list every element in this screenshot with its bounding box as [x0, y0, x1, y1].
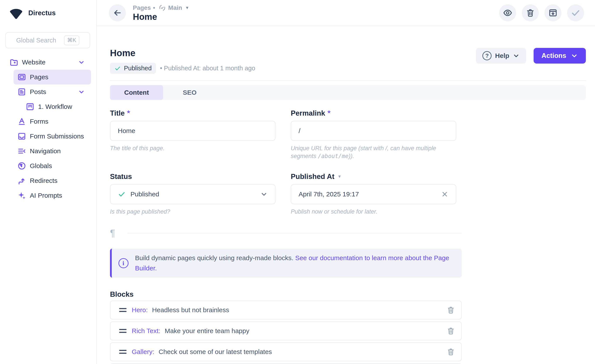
- sidebar: Directus ⌘K Website Pages: [0, 0, 97, 364]
- title-note: The title of this page.: [110, 144, 276, 152]
- globe-icon: [17, 161, 26, 170]
- sidebar-item-label: 1. Workflow: [38, 103, 72, 110]
- search-input[interactable]: [16, 37, 60, 44]
- sidebar-item-label: Redirects: [30, 177, 57, 184]
- sparkles-icon: [17, 191, 26, 200]
- search-shortcut: ⌘K: [64, 35, 79, 45]
- page-title: Home: [110, 48, 255, 58]
- published-at-label: Published At▼: [291, 172, 456, 181]
- sidebar-item-form-submissions[interactable]: Form Submissions: [14, 129, 91, 144]
- sidebar-item-label: Website: [22, 59, 45, 66]
- brand-name: Directus: [28, 9, 56, 17]
- breadcrumb-separator: •: [153, 4, 155, 11]
- breadcrumb-collection[interactable]: Pages: [133, 4, 151, 11]
- permalink-field: Permalink★ Unique URL for this page (sta…: [291, 109, 456, 160]
- main-content: Home Published • Published At: about 1 m…: [97, 26, 595, 364]
- remove-block-button[interactable]: [446, 347, 455, 356]
- arrow-left-icon: [113, 8, 122, 17]
- sidebar-item-ai-prompts[interactable]: AI Prompts: [14, 188, 91, 203]
- block-row-rich-text[interactable]: Rich Text: Make your entire team happy: [110, 322, 462, 340]
- banner-text: Build dynamic pages quickly using ready-…: [135, 253, 453, 273]
- blocks-label: Blocks: [110, 290, 462, 299]
- top-header: Pages • Main ▼ Home: [97, 0, 595, 26]
- directus-logo-icon: [9, 7, 23, 19]
- sidebar-item-globals[interactable]: Globals: [14, 159, 91, 173]
- chevron-down-icon[interactable]: [78, 59, 85, 66]
- preview-button[interactable]: [499, 4, 516, 21]
- sidebar-item-label: Form Submissions: [30, 133, 84, 140]
- block-title: Check out some of our latest templates: [159, 348, 272, 356]
- info-icon: i: [119, 258, 128, 268]
- sidebar-item-website[interactable]: Website: [5, 55, 91, 70]
- detail-tabs: Content SEO: [110, 85, 586, 100]
- blocks-field-divider: ¶: [110, 228, 462, 238]
- save-button[interactable]: [567, 4, 584, 21]
- sidebar-item-workflow[interactable]: 1. Workflow: [14, 99, 91, 114]
- sidebar-item-navigation[interactable]: Navigation: [14, 144, 91, 159]
- drag-handle-icon[interactable]: [119, 329, 127, 333]
- block-row-hero[interactable]: Hero: Headless but not brainless: [110, 301, 462, 319]
- permalink-input[interactable]: [291, 121, 456, 141]
- required-star-icon: ★: [126, 110, 131, 114]
- info-banner: i Build dynamic pages quickly using read…: [110, 249, 462, 278]
- global-search[interactable]: ⌘K: [5, 32, 90, 48]
- sidebar-item-redirects[interactable]: Redirects: [14, 173, 91, 188]
- status-select[interactable]: Published: [110, 184, 276, 204]
- remove-block-button[interactable]: [446, 327, 455, 335]
- title-label: Title★: [110, 109, 276, 117]
- sidebar-nav: Website Pages Posts 1. Wor: [0, 55, 96, 203]
- caret-down-icon: ▼: [185, 6, 189, 10]
- inbox-icon: [17, 132, 26, 141]
- archive-icon: [548, 8, 558, 17]
- published-at-field: Published At▼ April 7th, 2025 19:17 Publ…: [291, 172, 456, 216]
- block-row-gallery[interactable]: Gallery: Check out some of our latest te…: [110, 343, 462, 361]
- drag-handle-icon[interactable]: [119, 350, 127, 354]
- menu-open-icon: [17, 147, 26, 155]
- published-at-input[interactable]: April 7th, 2025 19:17: [291, 184, 456, 204]
- brand-row[interactable]: Directus: [0, 0, 96, 26]
- sidebar-item-forms[interactable]: Forms: [14, 114, 91, 129]
- folder-star-icon: [10, 58, 18, 67]
- sidebar-item-label: Globals: [30, 162, 52, 170]
- actions-button[interactable]: Actions: [534, 48, 586, 63]
- sidebar-item-pages[interactable]: Pages: [14, 70, 91, 84]
- trash-icon: [447, 306, 455, 314]
- eye-icon: [503, 8, 512, 18]
- header-title: Home: [133, 12, 189, 22]
- back-button[interactable]: [109, 4, 126, 21]
- status-label: Status: [110, 172, 276, 181]
- remove-block-button[interactable]: [446, 306, 455, 314]
- block-title: Headless but not brainless: [152, 306, 229, 314]
- sidebar-item-posts[interactable]: Posts: [14, 84, 91, 99]
- window-icon: [17, 73, 26, 81]
- required-star-icon: ★: [327, 110, 331, 114]
- check-icon: [118, 190, 126, 198]
- chevron-down-icon: [513, 52, 520, 59]
- permalink-note: Unique URL for this page (start with /, …: [291, 144, 456, 160]
- chevron-down-icon[interactable]: [78, 88, 85, 95]
- redirect-arrow-icon: [17, 176, 26, 185]
- permalink-label: Permalink★: [291, 109, 456, 117]
- block-title: Make your entire team happy: [165, 327, 249, 335]
- post-icon: [17, 88, 26, 96]
- clear-date-icon[interactable]: [441, 190, 448, 198]
- sidebar-item-label: Navigation: [30, 147, 61, 155]
- title-input[interactable]: [110, 121, 276, 141]
- breadcrumb-version[interactable]: Main: [168, 4, 182, 11]
- block-type: Rich Text:: [132, 327, 160, 335]
- question-icon: ?: [482, 51, 492, 60]
- kanban-icon: [26, 102, 35, 111]
- pilcrow-icon: ¶: [110, 228, 128, 238]
- chevron-down-icon: [571, 52, 578, 59]
- help-button[interactable]: ? Help: [476, 48, 526, 63]
- delete-button[interactable]: [522, 4, 539, 21]
- tab-seo[interactable]: SEO: [163, 85, 216, 100]
- breadcrumb[interactable]: Pages • Main ▼: [133, 4, 189, 12]
- trash-icon: [447, 348, 455, 356]
- archive-button[interactable]: [545, 4, 561, 21]
- tab-content[interactable]: Content: [110, 85, 163, 100]
- drag-handle-icon[interactable]: [119, 308, 127, 312]
- letter-a-icon: [17, 117, 26, 126]
- directus-app: Directus ⌘K Website Pages: [0, 0, 595, 364]
- caret-down-icon[interactable]: ▼: [337, 174, 341, 179]
